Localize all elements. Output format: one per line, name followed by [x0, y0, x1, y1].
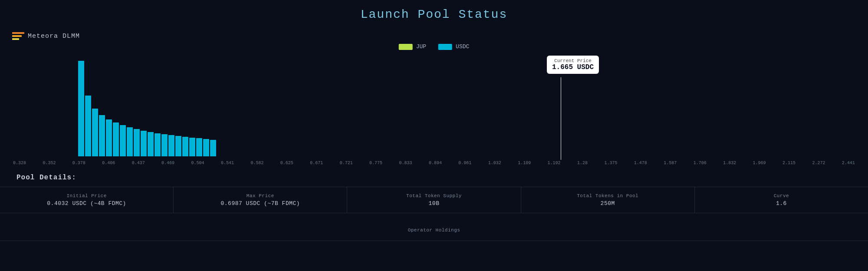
detail-cell-initial-price: Initial Price 0.4032 USDC (~4B FDMC) — [0, 187, 174, 213]
chart-bar — [210, 140, 216, 156]
chart-bar — [182, 137, 188, 156]
chart-bar — [189, 138, 195, 156]
max-price-label: Max Price — [182, 193, 338, 198]
x-axis-label: 1.28 — [577, 161, 588, 165]
x-axis-label: 1.832 — [723, 161, 736, 165]
chart-bar — [203, 139, 209, 156]
pool-details-header: Pool Details: — [16, 174, 76, 182]
initial-price-value: 0.4032 USDC (~4B FDMC) — [9, 200, 164, 207]
chart-bar — [113, 122, 119, 156]
logo-text: Meteora DLMM — [28, 33, 80, 40]
curve-value: 1.6 — [704, 200, 859, 207]
operator-holdings-cell: Operator Holdings — [0, 221, 868, 241]
token-supply-label: Total Token Supply — [356, 193, 512, 198]
x-axis-label: 2.441 — [842, 161, 855, 165]
chart-bar — [106, 119, 112, 156]
detail-cell-tokens-in-pool: Total Tokens in Pool 250M — [521, 187, 695, 213]
x-axis-label: 0.961 — [458, 161, 471, 165]
detail-cell-curve: Curve 1.6 — [695, 187, 868, 213]
x-axis-label: 0.504 — [191, 161, 204, 165]
svg-rect-2 — [12, 38, 19, 40]
svg-rect-0 — [12, 32, 24, 34]
meteora-logo-icon — [12, 31, 24, 41]
x-axis-label: 0.582 — [250, 161, 263, 165]
chart-bar — [78, 61, 84, 156]
x-axis: 0.3280.3520.3780.4060.4370.4690.5040.541… — [13, 161, 855, 165]
details-row: Initial Price 0.4032 USDC (~4B FDMC) Max… — [0, 187, 868, 213]
usdc-swatch — [438, 44, 452, 50]
jup-label: JUP — [416, 43, 426, 50]
x-axis-label: 0.671 — [310, 161, 323, 165]
usdc-label: USDC — [456, 43, 469, 50]
page-title: Launch Pool Status — [0, 0, 868, 21]
token-supply-value: 10B — [356, 200, 512, 207]
tokens-in-pool-label: Total Tokens in Pool — [530, 193, 686, 198]
x-axis-label: 2.272 — [812, 161, 825, 165]
chart-bar — [175, 136, 181, 156]
x-axis-label: 1.587 — [664, 161, 677, 165]
x-axis-label: 0.833 — [399, 161, 412, 165]
chart-bar — [92, 109, 98, 156]
chart-bar — [134, 129, 140, 156]
details-row2: Operator Holdings — [0, 221, 868, 241]
logo-area: Meteora DLMM — [12, 31, 80, 41]
x-axis-label: 0.406 — [102, 161, 115, 165]
x-axis-label: 0.775 — [369, 161, 382, 165]
x-axis-label: 1.192 — [548, 161, 561, 165]
x-axis-label: 2.115 — [783, 161, 796, 165]
chart-bar — [85, 96, 91, 156]
x-axis-label: 1.032 — [488, 161, 501, 165]
max-price-value: 0.6987 USDC (~7B FDMC) — [182, 200, 338, 207]
tokens-in-pool-value: 250M — [530, 200, 686, 207]
x-axis-label: 0.894 — [429, 161, 442, 165]
x-axis-label: 0.721 — [340, 161, 353, 165]
price-tooltip-label: Current Price — [552, 58, 594, 63]
chart-bar — [161, 134, 168, 156]
detail-cell-max-price: Max Price 0.6987 USDC (~7B FDMC) — [174, 187, 347, 213]
chart-bar — [127, 127, 133, 156]
x-axis-label: 0.541 — [221, 161, 234, 165]
x-axis-label: 1.969 — [753, 161, 766, 165]
initial-price-label: Initial Price — [9, 193, 164, 198]
x-axis-label: 1.375 — [604, 161, 617, 165]
x-axis-label: 1.478 — [634, 161, 647, 165]
price-tooltip: Current Price 1.665 USDC — [547, 56, 599, 74]
chart-legend: JUP USDC — [399, 43, 470, 50]
price-tooltip-value: 1.665 USDC — [552, 63, 594, 71]
x-axis-label: 1.109 — [518, 161, 531, 165]
bars-container — [78, 61, 216, 156]
detail-cell-token-supply: Total Token Supply 10B — [347, 187, 521, 213]
x-axis-label: 0.625 — [280, 161, 293, 165]
x-axis-label: 0.469 — [161, 161, 174, 165]
price-line — [561, 77, 561, 160]
x-axis-label: 0.378 — [72, 161, 85, 165]
jup-swatch — [399, 44, 413, 50]
page-container: Launch Pool Status Meteora DLMM JUP USDC… — [0, 0, 868, 271]
operator-holdings-label: Operator Holdings — [9, 228, 859, 233]
chart-area: Current Price 1.665 USDC — [13, 52, 855, 156]
chart-bar — [196, 138, 202, 156]
chart-bar — [168, 135, 174, 156]
x-axis-label: 0.352 — [43, 161, 56, 165]
x-axis-label: 0.328 — [13, 161, 26, 165]
curve-label: Curve — [704, 193, 859, 198]
chart-bar — [155, 133, 161, 156]
x-axis-label: 1.706 — [694, 161, 707, 165]
chart-bar — [99, 115, 105, 156]
legend-item-usdc: USDC — [438, 43, 469, 50]
x-axis-label: 0.437 — [132, 161, 145, 165]
chart-bar — [141, 131, 147, 156]
chart-bar — [120, 125, 126, 156]
svg-rect-1 — [12, 35, 22, 37]
chart-bar — [148, 132, 154, 156]
legend-item-jup: JUP — [399, 43, 426, 50]
